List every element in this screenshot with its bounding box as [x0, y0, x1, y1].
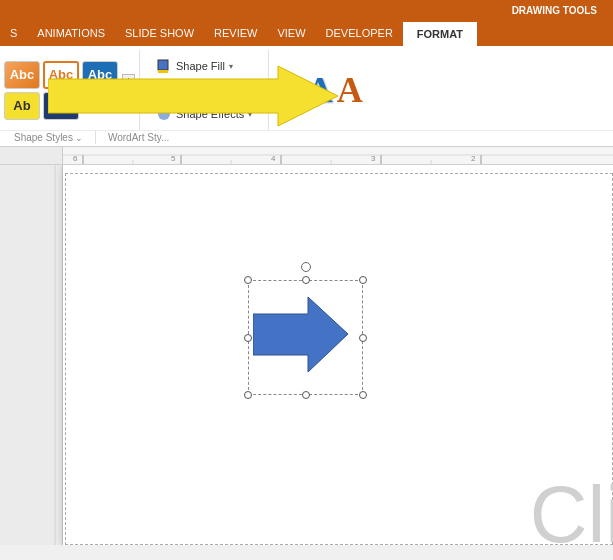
- shape-style-blue-btn[interactable]: Abc: [82, 61, 118, 89]
- slide-bottom-text: Cli: [530, 475, 613, 545]
- slide-panel: Cli: [63, 165, 613, 545]
- wordart-a-orange[interactable]: A: [337, 72, 363, 108]
- handle-bl[interactable]: [244, 391, 252, 399]
- horizontal-ruler: 6 5 4 3 2: [63, 147, 613, 164]
- shape-effects-btn[interactable]: Shape Effects ▾: [152, 104, 258, 124]
- svg-rect-3: [158, 94, 168, 97]
- shape-fill-dropdown-arrow[interactable]: ▾: [229, 62, 233, 71]
- shape-style-darkblue-btn[interactable]: Ab: [43, 92, 79, 120]
- shape-effects-icon: [156, 106, 172, 122]
- shape-outline-icon: [156, 82, 172, 98]
- shape-format-group: Shape Fill ▾ Shape Outline ▾ Shape Effec…: [142, 50, 269, 130]
- vertical-ruler: [0, 165, 63, 545]
- wordart-a-blue[interactable]: A: [307, 72, 333, 108]
- svg-point-5: [158, 108, 166, 116]
- handle-br[interactable]: [359, 391, 367, 399]
- svg-text:2: 2: [471, 154, 476, 163]
- wordart-styles-label: WordArt Sty...: [96, 131, 181, 144]
- shape-styles-expand-icon[interactable]: ⌄: [75, 133, 83, 143]
- wordart-a-gray[interactable]: A: [277, 72, 303, 108]
- handle-ml[interactable]: [244, 334, 252, 342]
- tab-format[interactable]: FORMAT: [403, 20, 477, 46]
- svg-text:6: 6: [73, 154, 78, 163]
- handle-tl[interactable]: [244, 276, 252, 284]
- shape-styles-group: Abc Abc Abc Ab Ab ▲ ▼ ▽: [2, 50, 140, 130]
- svg-text:5: 5: [171, 154, 176, 163]
- shape-fill-icon: [156, 58, 172, 74]
- shape-effects-dropdown-arrow[interactable]: ▾: [248, 110, 252, 119]
- tab-view[interactable]: VIEW: [267, 20, 315, 46]
- handle-tm[interactable]: [302, 276, 310, 284]
- shape-style-empty: [82, 92, 118, 120]
- handle-tr[interactable]: [359, 276, 367, 284]
- svg-text:3: 3: [371, 154, 376, 163]
- tab-developer[interactable]: DEVELOPER: [316, 20, 403, 46]
- handle-mr[interactable]: [359, 334, 367, 342]
- wordart-group: A A A: [269, 50, 371, 130]
- tab-s[interactable]: S: [0, 20, 27, 46]
- scroll-expand-btn[interactable]: ▽: [122, 96, 135, 106]
- tab-review[interactable]: REVIEW: [204, 20, 267, 46]
- shape-fill-btn[interactable]: Shape Fill ▾: [152, 56, 258, 76]
- svg-rect-2: [158, 84, 168, 94]
- svg-rect-1: [158, 70, 168, 73]
- scroll-up-btn[interactable]: ▲: [122, 74, 135, 84]
- svg-marker-24: [253, 297, 348, 372]
- shape-style-yellow-btn[interactable]: Ab: [4, 92, 40, 120]
- svg-rect-0: [158, 60, 168, 70]
- shape-outline-btn[interactable]: Shape Outline ▾: [152, 80, 258, 100]
- shape-style-orange-outline-btn[interactable]: Abc: [43, 61, 79, 89]
- shape-styles-label: Shape Styles ⌄: [2, 131, 96, 144]
- scroll-down-btn[interactable]: ▼: [122, 85, 135, 95]
- drawing-tools-label: DRAWING TOOLS: [496, 3, 613, 18]
- shape-outline-dropdown-arrow[interactable]: ▾: [250, 86, 254, 95]
- shape-container[interactable]: [248, 280, 363, 395]
- handle-bm[interactable]: [302, 391, 310, 399]
- shape-style-orange-btn[interactable]: Abc: [4, 61, 40, 89]
- svg-text:4: 4: [271, 154, 276, 163]
- tab-slideshow[interactable]: SLIDE SHOW: [115, 20, 204, 46]
- arrow-shape: [253, 292, 353, 377]
- tab-animations[interactable]: ANIMATIONS: [27, 20, 115, 46]
- rotate-handle[interactable]: [301, 262, 311, 272]
